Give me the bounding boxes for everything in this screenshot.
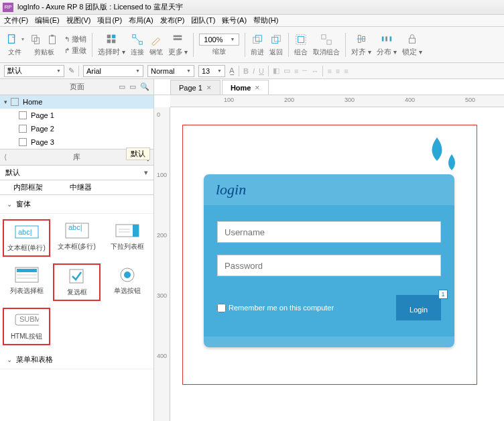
widget-dropdown[interactable]: 下拉列表框 [103,219,151,257]
align-left-icon[interactable]: ≡ [327,67,331,75]
new-file-icon [5,33,19,46]
align-right-icon[interactable]: ≡ [344,67,348,75]
tree-page1[interactable]: Page 1 [0,109,153,122]
menu-edit[interactable]: 编辑(E) [35,15,60,25]
paste-icon [46,33,59,46]
format-toolbar: 默认 ✎ Arial Normal 13 A̲ B I U ◧ ▭ ≡ ┄ ↔ … [0,63,504,79]
align-icon [355,32,368,46]
ws-tab-page1[interactable]: Page 1✕ [170,80,220,95]
widget-grid: abc|文本框(单行) abc|文本框(多行) 下拉列表框 列表选择框 复选框 … [0,214,153,351]
tool-selectmode[interactable]: 选择时 ▾ [98,32,125,57]
front-icon [251,33,264,46]
back-arrow-icon[interactable]: ⟨ [4,153,7,162]
tool-back[interactable]: 返回 [269,33,283,57]
menu-publish[interactable]: 发布(P) [160,15,185,25]
select-icon [105,32,118,46]
widget-htmlbutton[interactable]: SUBMITHTML按钮 [3,308,50,345]
menu-file[interactable]: 文件(F) [4,15,28,25]
tool-front[interactable]: 前进 [251,33,264,57]
svg-rect-3 [50,36,56,44]
svg-rect-41 [70,269,83,283]
tool-zoom[interactable]: 100%缩放 [199,34,239,56]
connect-icon [131,33,144,46]
tree-home[interactable]: ▾Home [0,95,153,109]
search-pages-icon[interactable]: 🔍 [140,82,149,91]
ws-tabs: Page 1✕ Home✕ [154,79,504,95]
paint-icon[interactable]: ✎ [68,66,74,75]
svg-rect-21 [327,40,331,44]
ruler-h: 100200300400500 [170,95,504,107]
section-form[interactable]: 窗体 [0,195,153,214]
style-combo[interactable]: 默认 [4,65,64,77]
svg-rect-38 [17,269,37,272]
menu-project[interactable]: 项目(P) [97,15,122,25]
menu-view[interactable]: 视图(V) [66,15,91,25]
weight-combo[interactable]: Normal [147,65,194,77]
titlebar: RP logInfo - Axure RP 8 团队版 : Licensed t… [0,0,504,15]
close-icon[interactable]: ✕ [206,84,212,91]
align-center-icon[interactable]: ≡ [336,67,340,75]
widget-checkbox[interactable]: 复选框 [53,263,101,301]
svg-text:SUBMIT: SUBMIT [19,315,39,323]
italic-icon[interactable]: I [253,67,255,75]
tool-undo-redo[interactable]: ↰ 撤销 ↱ 重做 [64,34,86,56]
canvas[interactable]: login Remember me on this computer Login… [170,107,504,421]
widget-listbox[interactable]: 列表选择框 [3,263,50,301]
add-folder-icon[interactable]: ▭ [129,82,136,91]
username-input[interactable] [217,221,441,243]
clipboard-label: 剪贴板 [34,48,54,57]
add-page-icon[interactable]: ▭ [119,82,125,91]
size-combo[interactable]: 13 [198,65,225,77]
underline-icon[interactable]: U [259,67,264,75]
tree-page3[interactable]: Page 3 [0,135,153,149]
widget-textarea[interactable]: abc|文本框(多行) [53,219,101,257]
font-combo[interactable]: Arial [83,65,143,77]
close-icon[interactable]: ✕ [255,84,260,91]
menu-account[interactable]: 账号(A) [222,15,247,25]
tool-clipboard[interactable]: 剪贴板 [29,33,59,57]
password-input[interactable] [217,255,441,276]
tree-page2[interactable]: Page 2 [0,122,153,135]
lock-icon [405,32,419,46]
svg-text:abc|: abc| [68,223,82,231]
login-widget[interactable]: login Remember me on this computer Login… [204,174,454,347]
library-tabs: 内部框架 中继器 [0,180,153,195]
bold-icon[interactable]: B [243,67,249,75]
tool-align[interactable]: 对齐 ▾ [351,32,371,57]
zoom-combo: 100% [199,34,239,46]
login-button[interactable]: Login1 [396,295,441,320]
widget-textfield[interactable]: abc|文本框(单行) [3,219,50,257]
tool-file[interactable]: ▾ 文件 [5,33,24,57]
menu-team[interactable]: 团队(T) [191,15,215,25]
textcolor-icon[interactable]: A̲ [229,66,235,75]
border-icon[interactable]: ▭ [284,66,290,75]
menu-help[interactable]: 帮助(H) [253,15,278,25]
group-icon [294,33,308,46]
svg-rect-18 [296,34,306,44]
widget-radio[interactable]: 单选按钮 [103,263,151,301]
lineweight-icon[interactable]: ≡ [294,67,298,75]
lib-tab-repeater[interactable]: 中继器 [56,182,105,192]
svg-rect-13 [174,38,182,40]
more-icon [171,32,184,46]
tool-lock[interactable]: 锁定 ▾ [402,32,422,57]
lib-tab-iframe[interactable]: 内部框架 [0,182,56,192]
ungroup-icon [320,33,333,46]
tool-ungroup[interactable]: 取消组合 [313,33,340,57]
remember-checkbox[interactable]: Remember me on this computer [217,304,334,312]
tool-connect[interactable]: 连接 [131,33,144,57]
section-tables[interactable]: 菜单和表格 [0,351,153,369]
tool-distribute[interactable]: 分布 ▾ [377,32,397,57]
tool-group-btn[interactable]: 组合 [294,33,308,57]
linestyle-icon[interactable]: ┄ [302,66,307,75]
svg-rect-5 [107,35,111,38]
arrow-icon[interactable]: ↔ [311,67,318,75]
tool-more[interactable]: 更多 ▾ [168,32,188,57]
fill-icon[interactable]: ◧ [273,66,279,75]
svg-rect-4 [51,34,54,36]
tool-pen[interactable]: 钢笔 [149,33,163,57]
library-dropdown[interactable]: 默认 [0,166,153,180]
ws-tab-home[interactable]: Home✕ [222,80,269,95]
menu-layout[interactable]: 布局(A) [129,15,153,25]
page-icon [19,111,27,119]
